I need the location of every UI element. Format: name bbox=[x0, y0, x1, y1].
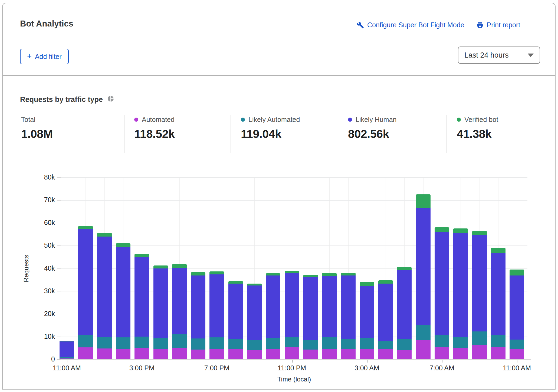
bar-1-00-pm-likely-automated[interactable] bbox=[97, 337, 112, 349]
bar-11-00-pm-likely-human[interactable] bbox=[285, 273, 299, 337]
bar-2-00-am-automated[interactable] bbox=[341, 349, 356, 359]
bar-9-00-pm-verified-bot[interactable] bbox=[247, 284, 262, 286]
configure-super-bot-fight-mode-link[interactable]: Configure Super Bot Fight Mode bbox=[357, 21, 464, 29]
bar-11-00-pm-verified-bot[interactable] bbox=[285, 271, 299, 273]
bar-1-00-pm-automated[interactable] bbox=[97, 348, 112, 359]
bar-8-00-pm-verified-bot[interactable] bbox=[228, 281, 243, 283]
print-report-link[interactable]: Print report bbox=[476, 21, 520, 29]
bar-5-00-am-likely-automated[interactable] bbox=[397, 339, 412, 350]
bar-4-00-am-verified-bot[interactable] bbox=[378, 280, 393, 284]
bar-5-00-pm-automated[interactable] bbox=[172, 348, 187, 359]
bar-9-00-am-automated[interactable] bbox=[472, 345, 487, 359]
bar-10-00-am-likely-human[interactable] bbox=[491, 253, 506, 335]
bar-12-00-am-automated[interactable] bbox=[303, 350, 318, 359]
stat-verified-bot[interactable]: Verified bot 41.38k bbox=[457, 116, 498, 141]
bar-10-00-pm-automated[interactable] bbox=[266, 349, 280, 359]
bar-12-00-am-likely-automated[interactable] bbox=[303, 340, 318, 350]
stat-automated[interactable]: Automated 118.52k bbox=[134, 116, 175, 141]
bar-7-00-pm-likely-human[interactable] bbox=[209, 274, 224, 337]
bar-2-00-am-likely-automated[interactable] bbox=[341, 339, 356, 349]
bar-6-00-am-likely-human[interactable] bbox=[416, 208, 431, 325]
bar-12-00-pm-likely-automated[interactable] bbox=[78, 335, 93, 347]
bar-11-00-am-likely-human[interactable] bbox=[510, 275, 524, 340]
bar-4-00-am-automated[interactable] bbox=[378, 349, 393, 359]
bar-11-00-am-likely-automated[interactable] bbox=[60, 357, 74, 358]
bar-7-00-pm-automated[interactable] bbox=[209, 349, 224, 359]
bar-12-00-pm-automated[interactable] bbox=[78, 347, 93, 359]
bar-1-00-pm-verified-bot[interactable] bbox=[97, 233, 112, 236]
bar-7-00-am-likely-human[interactable] bbox=[435, 232, 449, 335]
bar-3-00-pm-likely-human[interactable] bbox=[134, 257, 149, 337]
bar-1-00-am-likely-automated[interactable] bbox=[322, 337, 337, 349]
bar-9-00-am-verified-bot[interactable] bbox=[472, 231, 487, 235]
bar-8-00-am-automated[interactable] bbox=[453, 348, 468, 359]
bar-6-00-am-likely-automated[interactable] bbox=[416, 325, 431, 340]
bar-8-00-am-verified-bot[interactable] bbox=[453, 228, 468, 233]
bar-6-00-pm-likely-human[interactable] bbox=[191, 275, 205, 339]
bar-6-00-am-automated[interactable] bbox=[416, 340, 431, 359]
bar-8-00-am-likely-automated[interactable] bbox=[453, 337, 468, 348]
bar-12-00-pm-likely-human[interactable] bbox=[78, 229, 93, 335]
time-range-dropdown[interactable]: Last 24 hours bbox=[458, 46, 540, 64]
bar-10-00-pm-verified-bot[interactable] bbox=[266, 273, 280, 275]
bar-1-00-am-verified-bot[interactable] bbox=[322, 273, 337, 276]
bar-2-00-pm-likely-human[interactable] bbox=[116, 247, 130, 337]
bar-4-00-pm-verified-bot[interactable] bbox=[153, 265, 168, 269]
stat-likely-human[interactable]: Likely Human 802.56k bbox=[348, 116, 396, 141]
bar-8-00-pm-automated[interactable] bbox=[228, 349, 243, 359]
bar-5-00-pm-verified-bot[interactable] bbox=[172, 264, 187, 268]
bar-5-00-pm-likely-automated[interactable] bbox=[172, 334, 187, 348]
bar-7-00-am-likely-automated[interactable] bbox=[435, 335, 449, 347]
bar-10-00-am-verified-bot[interactable] bbox=[491, 248, 506, 253]
bar-4-00-am-likely-automated[interactable] bbox=[378, 341, 393, 349]
bar-11-00-pm-automated[interactable] bbox=[285, 347, 299, 359]
bar-8-00-pm-likely-human[interactable] bbox=[228, 284, 243, 339]
bar-5-00-am-automated[interactable] bbox=[397, 350, 412, 359]
bar-1-00-am-likely-human[interactable] bbox=[322, 276, 337, 337]
bar-6-00-pm-verified-bot[interactable] bbox=[191, 272, 205, 275]
bar-9-00-pm-likely-human[interactable] bbox=[247, 285, 262, 340]
add-filter-button[interactable]: + Add filter bbox=[20, 49, 69, 64]
bar-10-00-pm-likely-human[interactable] bbox=[266, 275, 280, 338]
bar-4-00-am-likely-human[interactable] bbox=[378, 284, 393, 341]
bar-12-00-am-verified-bot[interactable] bbox=[303, 275, 318, 277]
bar-11-00-am-likely-automated[interactable] bbox=[510, 340, 524, 349]
bar-3-00-pm-likely-automated[interactable] bbox=[134, 337, 149, 348]
bar-4-00-pm-likely-human[interactable] bbox=[153, 268, 168, 338]
bar-7-00-pm-likely-automated[interactable] bbox=[209, 337, 224, 349]
stat-likely-automated[interactable]: Likely Automated 119.04k bbox=[241, 116, 300, 141]
bar-8-00-pm-likely-automated[interactable] bbox=[228, 339, 243, 349]
bar-9-00-pm-likely-automated[interactable] bbox=[247, 340, 262, 350]
bar-7-00-am-automated[interactable] bbox=[435, 347, 449, 359]
bar-9-00-am-likely-human[interactable] bbox=[472, 235, 487, 332]
bar-3-00-pm-verified-bot[interactable] bbox=[134, 254, 149, 257]
bar-3-00-am-verified-bot[interactable] bbox=[360, 282, 374, 286]
bar-11-00-am-verified-bot[interactable] bbox=[60, 341, 74, 342]
bar-2-00-pm-likely-automated[interactable] bbox=[116, 337, 130, 349]
bar-10-00-pm-likely-automated[interactable] bbox=[266, 338, 280, 349]
bar-11-00-am-likely-human[interactable] bbox=[60, 341, 74, 357]
bar-2-00-am-verified-bot[interactable] bbox=[341, 273, 356, 275]
bar-5-00-am-verified-bot[interactable] bbox=[397, 267, 412, 270]
bar-5-00-pm-likely-human[interactable] bbox=[172, 268, 187, 334]
bar-11-00-am-automated[interactable] bbox=[60, 358, 74, 359]
bar-7-00-pm-verified-bot[interactable] bbox=[209, 271, 224, 274]
bar-3-00-pm-automated[interactable] bbox=[134, 348, 149, 359]
bar-10-00-am-automated[interactable] bbox=[491, 347, 506, 359]
bar-3-00-am-automated[interactable] bbox=[360, 349, 374, 359]
bar-5-00-am-likely-human[interactable] bbox=[397, 270, 412, 339]
bar-2-00-pm-verified-bot[interactable] bbox=[116, 243, 130, 247]
bar-12-00-pm-verified-bot[interactable] bbox=[78, 226, 93, 229]
bar-6-00-am-verified-bot[interactable] bbox=[416, 194, 431, 208]
bar-6-00-pm-likely-automated[interactable] bbox=[191, 338, 205, 349]
bar-4-00-pm-automated[interactable] bbox=[153, 349, 168, 359]
bar-3-00-am-likely-automated[interactable] bbox=[360, 338, 374, 349]
bar-9-00-am-likely-automated[interactable] bbox=[472, 331, 487, 345]
bar-11-00-am-automated[interactable] bbox=[510, 349, 524, 359]
bar-7-00-am-verified-bot[interactable] bbox=[435, 227, 449, 232]
bar-10-00-am-likely-automated[interactable] bbox=[491, 335, 506, 347]
bar-11-00-pm-likely-automated[interactable] bbox=[285, 337, 299, 347]
bar-6-00-pm-automated[interactable] bbox=[191, 350, 205, 359]
bar-1-00-am-automated[interactable] bbox=[322, 349, 337, 359]
bar-4-00-pm-likely-automated[interactable] bbox=[153, 338, 168, 349]
